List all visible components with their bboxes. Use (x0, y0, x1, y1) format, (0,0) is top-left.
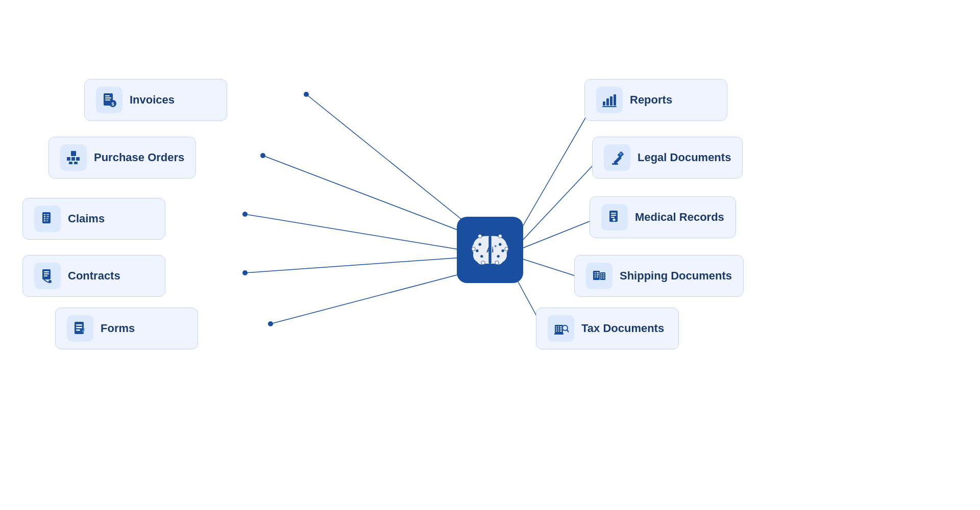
svg-point-14 (268, 321, 273, 326)
svg-point-31 (478, 234, 482, 238)
svg-line-7 (518, 219, 595, 250)
svg-rect-93 (603, 277, 604, 278)
svg-rect-77 (611, 217, 615, 218)
svg-point-11 (260, 153, 265, 158)
svg-point-25 (502, 249, 504, 252)
medical-icon-box (601, 204, 628, 231)
svg-rect-86 (597, 276, 598, 277)
svg-rect-85 (597, 274, 599, 275)
contracts-icon-box (34, 263, 61, 289)
claims-icon (40, 211, 55, 226)
svg-point-12 (242, 212, 248, 217)
forms-icon (72, 321, 88, 336)
shipping-icon (592, 268, 607, 284)
svg-line-3 (245, 258, 462, 273)
svg-rect-92 (601, 277, 602, 278)
svg-rect-82 (595, 274, 596, 275)
contracts-node: Contracts (22, 255, 165, 297)
svg-rect-84 (597, 272, 599, 273)
invoices-icon-box: $ (96, 87, 122, 113)
svg-rect-69 (614, 94, 616, 106)
svg-rect-70 (602, 106, 617, 107)
forms-node: Forms (55, 308, 198, 349)
svg-rect-91 (603, 275, 604, 276)
svg-point-30 (505, 247, 508, 251)
svg-rect-80 (593, 271, 600, 280)
svg-rect-98 (558, 326, 559, 327)
svg-rect-99 (558, 328, 559, 329)
svg-point-22 (476, 249, 478, 252)
svg-line-2 (245, 214, 462, 250)
svg-rect-49 (44, 216, 45, 217)
svg-point-26 (497, 255, 500, 258)
svg-point-34 (495, 261, 499, 265)
svg-rect-59 (44, 275, 47, 276)
svg-line-105 (567, 330, 569, 332)
svg-rect-44 (76, 157, 80, 161)
svg-point-23 (480, 255, 483, 258)
purchase-orders-node: Purchase Orders (48, 137, 196, 178)
claims-label: Claims (68, 212, 105, 225)
reports-icon (602, 92, 617, 108)
svg-rect-63 (76, 327, 82, 328)
svg-rect-103 (560, 330, 562, 332)
svg-rect-89 (603, 273, 604, 274)
svg-rect-67 (606, 98, 609, 106)
svg-rect-64 (76, 329, 80, 331)
diagram-container: Ai + $ Invoices (0, 0, 980, 510)
svg-line-65 (84, 328, 85, 329)
svg-line-6 (521, 158, 600, 242)
svg-rect-87 (600, 272, 605, 280)
svg-text:+: + (494, 244, 497, 249)
svg-rect-54 (46, 218, 48, 219)
svg-rect-41 (71, 151, 76, 156)
svg-point-21 (479, 243, 481, 246)
claims-icon-box (34, 206, 61, 232)
invoices-node: $ Invoices (84, 79, 227, 121)
tax-documents-label: Tax Documents (581, 322, 664, 335)
invoices-label: Invoices (130, 93, 175, 107)
svg-text:$: $ (111, 101, 114, 107)
svg-point-13 (242, 270, 248, 275)
svg-line-8 (518, 258, 582, 278)
shipping-documents-label: Shipping Documents (620, 269, 732, 283)
svg-rect-38 (105, 99, 110, 100)
svg-rect-81 (595, 272, 596, 273)
svg-rect-52 (46, 214, 49, 215)
claims-node: Claims (22, 198, 165, 240)
svg-rect-79 (614, 218, 615, 221)
ai-brain-center: Ai + (457, 217, 523, 283)
svg-rect-58 (44, 273, 49, 274)
forms-icon-box (67, 315, 93, 342)
svg-line-5 (516, 102, 595, 239)
svg-rect-101 (560, 326, 562, 327)
medical-records-node: Medical Records (590, 196, 736, 238)
legal-icon-box (604, 144, 630, 171)
svg-rect-75 (611, 213, 616, 214)
svg-point-32 (498, 234, 502, 238)
contracts-label: Contracts (68, 269, 120, 283)
medical-icon (607, 210, 622, 225)
svg-rect-95 (556, 326, 557, 327)
svg-rect-51 (44, 220, 45, 221)
svg-point-60 (48, 280, 52, 283)
purchase-icon (66, 150, 81, 165)
svg-rect-36 (105, 95, 110, 96)
svg-rect-47 (42, 212, 51, 223)
svg-point-10 (304, 92, 309, 97)
svg-rect-73 (612, 163, 618, 165)
invoice-icon: $ (102, 92, 117, 108)
svg-point-72 (620, 153, 622, 156)
purchase-orders-icon-box (60, 144, 87, 171)
svg-rect-46 (74, 162, 78, 164)
svg-rect-83 (595, 276, 596, 277)
svg-rect-55 (46, 220, 48, 221)
forms-label: Forms (101, 322, 135, 335)
reports-icon-box (596, 87, 623, 113)
brain-icon: Ai + (467, 227, 513, 273)
svg-point-24 (499, 243, 501, 246)
contracts-icon (40, 268, 55, 284)
svg-rect-53 (46, 216, 49, 217)
svg-text:Ai: Ai (486, 246, 494, 254)
reports-label: Reports (630, 93, 672, 107)
